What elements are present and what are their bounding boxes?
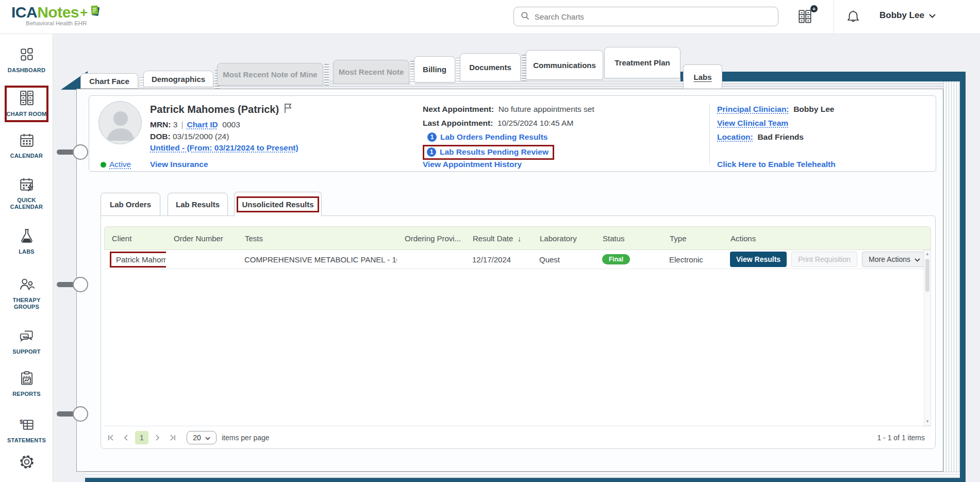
lab-orders-pending-link[interactable]: 1 Lab Orders Pending Results <box>427 132 547 142</box>
status-final-badge: Final <box>602 254 630 264</box>
results-table-header: Client Order Number Tests Ordering Provi… <box>104 226 931 250</box>
column-header-actions: Actions <box>723 234 931 243</box>
subtab-unsolicited-results[interactable]: Unsolicited Results <box>234 192 322 217</box>
patient-status[interactable]: Active <box>101 160 131 169</box>
column-header-status[interactable]: Status <box>595 234 662 243</box>
annotation-box: Unsolicited Results <box>237 196 319 212</box>
page-stack-bottom-edge <box>85 478 966 482</box>
binder-ring <box>73 277 88 292</box>
logo-notes-text: Notes <box>37 4 79 21</box>
chart-room-shortcut-button[interactable]: + <box>797 8 815 26</box>
unsolicited-results-panel: Client Order Number Tests Ordering Provi… <box>101 215 936 449</box>
subtab-lab-orders[interactable]: Lab Orders <box>101 193 160 216</box>
card-divider <box>709 103 710 165</box>
scrollbar-thumb[interactable] <box>925 259 929 292</box>
enable-telehealth-link[interactable]: Click Here to Enable Telehealth <box>717 160 836 169</box>
more-actions-button[interactable]: More Actions <box>862 252 924 267</box>
view-results-button[interactable]: View Results <box>730 252 787 267</box>
column-header-result-date[interactable]: Result Date ↓ <box>466 234 533 243</box>
last-page-button[interactable] <box>166 431 179 444</box>
therapy-groups-icon <box>19 276 35 295</box>
episode-link[interactable]: Untitled - (From: 03/21/2024 to Present) <box>150 143 298 153</box>
subtab-lab-results[interactable]: Lab Results <box>168 193 228 216</box>
first-page-button[interactable] <box>104 431 118 444</box>
page-number-button[interactable]: 1 <box>135 431 148 444</box>
logo-plus-text: + <box>80 5 88 21</box>
tab-most-recent-note-of-mine[interactable]: Most Recent Note of Mine <box>217 63 323 86</box>
annotation-box: Patrick Mahomes <box>110 252 166 268</box>
column-header-laboratory[interactable]: Laboratory <box>533 234 595 243</box>
cell-tests: COMPREHENSIVE METABOLIC PANEL - 10... <box>237 255 397 264</box>
sidebar-item-statements[interactable]: $ STATEMENTS <box>0 417 53 444</box>
user-menu[interactable]: Bobby Lee <box>879 10 936 21</box>
previous-page-button[interactable] <box>120 431 133 444</box>
labs-flask-icon <box>19 228 35 246</box>
sidebar-item-dashboard[interactable]: DASHBOARD <box>0 46 53 74</box>
sidebar-item-support[interactable]: SUPPORT <box>0 328 53 355</box>
sidebar-item-chart-room[interactable]: CHART ROOM <box>5 86 48 122</box>
tab-chart-face[interactable]: Chart Face <box>80 73 138 89</box>
sidebar-item-therapy-groups[interactable]: THERAPY GROUPS <box>0 276 53 310</box>
view-clinical-team-link[interactable]: View Clinical Team <box>717 119 788 128</box>
tab-billing[interactable]: Billing <box>414 56 455 82</box>
binder-ring <box>73 144 88 160</box>
column-header-type[interactable]: Type <box>662 234 723 243</box>
status-badge: Active <box>109 160 131 169</box>
chevron-down-icon <box>929 11 936 20</box>
icanotes-app: ICANotes+ Behavioral Health EHR + Bobby … <box>0 0 980 482</box>
last-appointment-line: Last Appointment: 10/25/2024 10:45 AM <box>423 119 573 128</box>
sidebar-item-labs[interactable]: LABS <box>0 228 53 255</box>
print-requisition-button[interactable]: Print Requisition <box>791 252 857 267</box>
sidebar-item-quick-calendar[interactable]: QUICK CALENDAR <box>0 176 53 210</box>
lab-results-pending-link[interactable]: 1 Lab Results Pending Review <box>423 145 554 160</box>
tab-documents[interactable]: Documents <box>460 53 521 81</box>
flag-icon[interactable] <box>284 103 292 116</box>
scroll-down-icon[interactable]: ▼ <box>924 418 931 425</box>
view-insurance-link[interactable]: View Insurance <box>150 160 208 169</box>
tab-communications[interactable]: Communications <box>526 50 603 80</box>
sidebar-item-settings[interactable] <box>0 453 53 473</box>
add-chart-badge: + <box>810 5 818 12</box>
binder-ring <box>73 406 88 422</box>
search-icon <box>520 11 530 23</box>
table-row: Patrick Mahomes COMPREHENSIVE METABOLIC … <box>104 250 924 269</box>
tab-treatment-plan[interactable]: Treatment Plan <box>604 47 680 78</box>
app-header: ICANotes+ Behavioral Health EHR + Bobby … <box>0 0 980 34</box>
next-appointment-line: Next Appointment: No future appointments… <box>423 105 594 114</box>
chart-id-link[interactable]: Chart ID <box>187 120 218 129</box>
principal-clinician-link[interactable]: Principal Clinician: <box>717 105 789 114</box>
active-status-dot <box>101 162 106 168</box>
icanotes-logo[interactable]: ICANotes+ Behavioral Health EHR <box>11 4 102 26</box>
user-name: Bobby Lee <box>879 10 924 21</box>
sort-desc-icon: ↓ <box>518 234 522 243</box>
tab-demographics[interactable]: Demographics <box>143 71 213 87</box>
table-scrollbar[interactable]: ▲ ▼ <box>924 250 931 426</box>
page-stack-edge <box>324 64 329 86</box>
header-divider <box>834 0 834 34</box>
settings-gear-icon <box>18 453 36 473</box>
patient-avatar <box>98 101 142 144</box>
next-page-button[interactable] <box>151 431 164 444</box>
cell-actions: View Results Print Requisition More Acti… <box>723 252 924 267</box>
items-per-page-label: items per page <box>222 434 270 442</box>
items-per-page-select[interactable]: 20 <box>187 431 217 444</box>
search-charts-input[interactable] <box>535 12 772 21</box>
chart-page: Patrick Mahomes (Patrick) MRN: 3 | Chart… <box>76 89 943 472</box>
sidebar-item-calendar[interactable]: CALENDAR <box>0 132 53 159</box>
column-header-tests[interactable]: Tests <box>238 234 397 243</box>
notifications-bell-icon[interactable] <box>845 8 861 27</box>
tab-labs[interactable]: Labs <box>683 64 722 89</box>
location-link[interactable]: Location: <box>717 132 753 142</box>
cell-client: Patrick Mahomes <box>104 252 166 268</box>
patient-name: Patrick Mahomes (Patrick) <box>150 103 292 116</box>
view-appointment-history-link[interactable]: View Appointment History <box>423 160 522 169</box>
dashboard-icon <box>19 46 35 65</box>
scroll-up-icon[interactable]: ▲ <box>924 251 931 258</box>
sidebar-item-reports[interactable]: REPORTS <box>0 370 53 397</box>
reports-icon <box>19 370 35 389</box>
column-header-client[interactable]: Client <box>105 234 167 243</box>
tab-most-recent-note[interactable]: Most Recent Note <box>333 60 409 84</box>
column-header-ordering-provider[interactable]: Ordering Provi... <box>397 234 466 243</box>
column-header-order-number[interactable]: Order Number <box>167 234 238 243</box>
table-body-divider <box>104 426 931 426</box>
